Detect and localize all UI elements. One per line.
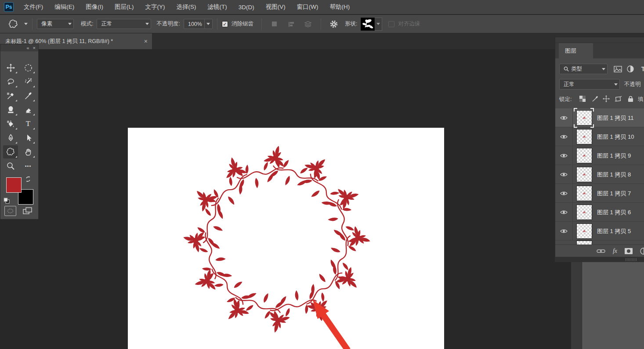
type-tool[interactable]: T [21,117,36,130]
menu-file[interactable]: 文件(F) [18,0,49,14]
paint-bucket-tool[interactable] [3,117,18,130]
canvas-artboard[interactable] [128,128,444,349]
swap-colors-icon[interactable] [24,175,32,183]
close-panel-icon[interactable]: × [33,45,36,50]
menu-edit[interactable]: 编辑(E) [49,0,80,14]
menu-select[interactable]: 选择(S) [171,0,202,14]
boolean-operations-icon[interactable] [269,19,280,29]
lock-artboard-icon[interactable] [613,94,623,103]
layer-row[interactable]: 图层 1 拷贝 10 [555,127,644,146]
eyedropper-tool[interactable] [3,89,18,102]
add-layer-mask-icon[interactable] [625,248,633,254]
zoom-tool[interactable] [3,159,18,173]
menu-layer[interactable]: 图层(L) [109,0,140,14]
layer-thumbnail[interactable] [576,186,592,201]
custom-shape-swatch[interactable] [361,18,375,31]
chevron-down-icon [206,23,210,25]
menu-image[interactable]: 图像(I) [80,0,109,14]
collapse-panel-icon[interactable]: « [26,45,29,50]
layer-thumbnail[interactable] [576,223,592,239]
magic-wand-tool[interactable] [21,75,36,88]
custom-shape-tool[interactable] [3,145,18,158]
filter-type-value: 类型 [571,65,599,73]
screen-mode-button[interactable] [22,206,33,216]
partial-layer-thumbnail[interactable] [576,241,592,245]
empty-dock-panel [582,262,644,349]
hand-tool[interactable] [21,145,36,158]
layer-thumbnail[interactable] [576,205,592,220]
layers-blend-mode-value: 正常 [564,81,611,88]
chevron-down-icon [614,83,618,86]
layer-filter-dropdown[interactable]: 类型 [559,64,608,74]
foreground-color-swatch[interactable] [6,177,22,193]
menu-3d[interactable]: 3D(D) [233,0,260,14]
quick-mask-button[interactable] [4,206,16,216]
align-edges-checkbox[interactable] [388,21,394,27]
settings-gear-icon[interactable] [329,19,339,29]
menu-type[interactable]: 文字(Y) [140,0,171,14]
layers-opacity-label: 不透明 [624,81,641,88]
tool-preset-caret-icon[interactable] [24,23,28,25]
opacity-caret-button[interactable] [205,19,213,29]
visibility-eye-icon[interactable] [555,146,573,165]
visibility-eye-icon[interactable] [555,127,573,146]
visibility-eye-icon[interactable] [555,222,573,241]
eraser-tool[interactable] [21,103,36,116]
lock-all-icon[interactable] [626,94,634,103]
lock-position-icon[interactable] [602,94,611,103]
opacity-value: 100% [188,21,203,27]
type-layer-filter-icon[interactable]: T [639,65,644,73]
layer-row[interactable]: 图层 1 拷贝 7 [555,184,644,203]
adjustment-layer-filter-icon[interactable] [626,65,635,73]
lasso-tool[interactable] [3,75,18,88]
menu-window[interactable]: 窗口(W) [291,0,324,14]
search-icon [564,66,569,72]
visibility-eye-icon[interactable] [555,108,573,127]
separator [32,18,33,30]
blend-mode-dropdown[interactable]: 正常 [97,19,151,29]
layer-row[interactable]: 图层 1 拷贝 8 [555,165,644,184]
tool-preset-flower-icon[interactable] [8,19,18,29]
menu-help[interactable]: 帮助(H) [324,0,355,14]
clone-stamp-tool[interactable] [3,103,18,116]
opacity-label: 不透明度: [156,20,180,28]
pen-tool[interactable] [3,131,18,144]
layers-panel-dragbar[interactable] [555,37,644,43]
menu-filter[interactable]: 滤镜(T) [202,0,233,14]
arrange-layers-icon[interactable] [303,19,313,29]
lock-image-pixels-icon[interactable] [590,94,599,103]
link-layers-icon[interactable] [597,249,605,253]
lock-transparent-pixels-icon[interactable] [578,94,587,103]
shape-picker-caret[interactable] [375,18,382,31]
layer-thumbnail[interactable] [576,148,592,163]
layer-thumbnail[interactable] [576,167,592,182]
layer-row[interactable]: 图层 1 拷贝 6 [555,203,644,222]
menu-view[interactable]: 视图(V) [260,0,291,14]
tab-layers[interactable]: 图层 [559,43,593,58]
layer-row[interactable]: 图层 1 拷贝 5 [555,222,644,241]
pixel-layer-filter-icon[interactable] [613,65,622,73]
visibility-eye-icon[interactable] [555,203,573,222]
brush-tool[interactable] [21,89,36,102]
opacity-input[interactable]: 100% [184,19,205,29]
visibility-eye-icon[interactable] [555,165,573,184]
layer-row[interactable]: 图层 1 拷贝 11 [555,108,644,127]
elliptical-marquee-tool[interactable] [21,61,36,74]
path-selection-tool[interactable] [21,131,36,144]
layer-style-fx-icon[interactable]: fx [613,248,617,255]
move-tool[interactable] [3,61,18,74]
more-tools-ellipsis-icon[interactable]: ••• [21,159,36,173]
layer-row[interactable]: 图层 1 拷贝 9 [555,146,644,165]
panel-resize-grip[interactable] [626,258,637,261]
layer-thumbnail[interactable] [576,129,592,144]
default-colors-icon[interactable] [3,197,10,204]
layers-blend-mode-dropdown[interactable]: 正常 [559,79,620,90]
antialias-checkbox[interactable]: ✓ [222,21,228,27]
close-document-icon[interactable]: × [144,38,148,45]
new-adjustment-layer-icon[interactable] [640,248,644,255]
layer-thumbnail[interactable] [576,110,592,126]
visibility-eye-icon[interactable] [555,184,573,203]
annotation-arrow [313,300,351,349]
fill-mode-dropdown[interactable]: 像素 [37,19,74,29]
align-distribute-icon[interactable] [286,19,297,29]
